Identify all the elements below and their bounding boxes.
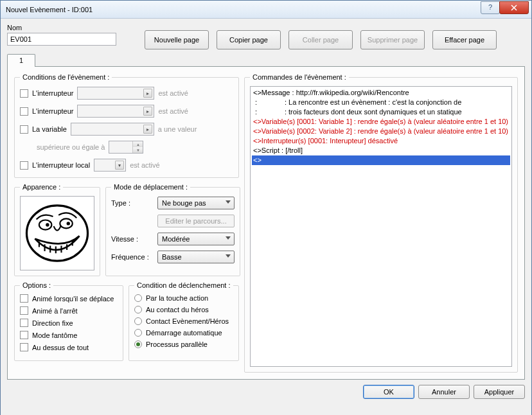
commands-fieldset: Commandes de l'évènement : <>Message : h… — [244, 73, 518, 373]
option-line: Animé à l'arrêt — [20, 306, 118, 315]
tab-1[interactable]: 1 — [7, 54, 35, 67]
sup-row: supérieure ou égale à ▲▼ — [20, 140, 233, 154]
trollface-icon — [22, 199, 92, 268]
commands-legend: Commandes de l'évènement : — [250, 73, 349, 81]
command-line[interactable]: <>Message : http://fr.wikipedia.org/wiki… — [252, 88, 510, 98]
option-label: Direction fixe — [32, 319, 73, 327]
option-checkbox-2[interactable] — [20, 319, 28, 327]
command-line[interactable]: : : La rencontre est un évènement : c'es… — [252, 98, 510, 107]
appearance-legend: Apparence : — [20, 183, 63, 191]
mid-row: Apparence : — [14, 183, 239, 276]
variable-trail: a une valeur — [158, 125, 233, 133]
option-line: Animé lorsqu'il se déplace — [20, 294, 118, 303]
trigger-label: Au contact du héros — [146, 306, 209, 313]
command-line[interactable]: <>Script : [/troll] — [252, 146, 510, 155]
spin-up-icon[interactable]: ▲ — [132, 141, 143, 147]
spin-down-icon[interactable]: ▼ — [132, 147, 143, 153]
switch2-trail: est activé — [158, 107, 233, 115]
movement-legend: Mode de déplacement : — [111, 183, 190, 191]
clear-page-button[interactable]: Effacer page — [432, 30, 497, 49]
command-line[interactable]: <> — [252, 155, 510, 165]
switch1-checkbox[interactable] — [20, 89, 28, 98]
option-checkbox-3[interactable] — [20, 331, 28, 339]
svg-point-4 — [46, 223, 49, 226]
name-input[interactable] — [7, 33, 116, 46]
ellipsis-icon: ▸ — [143, 125, 152, 134]
trigger-line: Contact Evènement/Héros — [134, 317, 233, 325]
trigger-label: Processus parallèle — [146, 340, 208, 348]
ellipsis-icon: ▸ — [143, 89, 152, 98]
type-dropdown[interactable]: Ne bouge pas — [157, 197, 235, 209]
speed-dropdown[interactable]: Modérée — [157, 233, 235, 245]
option-label: Mode fantôme — [32, 331, 77, 339]
option-checkbox-1[interactable] — [20, 306, 28, 315]
option-line: Direction fixe — [20, 319, 118, 327]
svg-point-1 — [26, 206, 87, 261]
new-page-button[interactable]: Nouvelle page — [145, 30, 209, 49]
type-label: Type : — [111, 199, 157, 207]
sup-value-input[interactable]: ▲▼ — [109, 141, 143, 154]
options-fieldset: Options : Animé lorsqu'il se déplaceAnim… — [14, 281, 123, 361]
frequency-label: Fréquence : — [111, 253, 157, 261]
copy-page-button[interactable]: Copier page — [217, 30, 281, 49]
frequency-dropdown[interactable]: Basse — [157, 251, 235, 263]
command-line[interactable]: <>Variable(s) [0002: Variable 2] : rendr… — [252, 127, 510, 136]
trigger-label: Par la touche action — [146, 294, 208, 302]
switch1-select[interactable]: ▸ — [77, 87, 154, 100]
conditions-legend: Conditions de l'évènement : — [20, 73, 112, 81]
paste-page-button[interactable]: Coller page — [288, 30, 353, 49]
option-line: Au dessus de tout — [20, 343, 118, 351]
ok-button[interactable]: OK — [363, 385, 414, 399]
switch2-select[interactable]: ▸ — [77, 105, 154, 118]
chevron-down-icon — [226, 254, 231, 258]
local-switch-select[interactable]: ▾ — [94, 159, 126, 172]
trigger-line: Au contact du héros — [134, 306, 233, 313]
name-column: Nom — [7, 24, 116, 46]
appearance-graphic[interactable] — [20, 196, 94, 270]
help-button[interactable]: ? — [481, 1, 500, 14]
ellipsis-icon: ▸ — [143, 107, 152, 116]
variable-checkbox[interactable] — [20, 125, 28, 134]
switch2-label: L'interrupteur — [32, 107, 73, 115]
trigger-label: Contact Evènement/Héros — [146, 317, 229, 325]
cancel-button[interactable]: Annuler — [418, 385, 470, 399]
condition-row: L'interrupteur ▸ est activé — [20, 104, 233, 118]
close-button[interactable] — [499, 1, 529, 14]
svg-point-2 — [39, 220, 51, 229]
tab-page: Conditions de l'évènement : L'interrupte… — [7, 66, 525, 380]
option-checkbox-4[interactable] — [20, 343, 28, 351]
trigger-radio-3[interactable] — [134, 329, 142, 337]
command-line[interactable]: <>Variable(s) [0001: Variable 1] : rendr… — [252, 117, 510, 127]
variable-select[interactable]: ▸ — [71, 123, 154, 136]
command-line[interactable]: <>Interrupteur(s) [0001: Interupteur] dé… — [252, 136, 510, 146]
trigger-line: Démarrage automatique — [134, 329, 233, 337]
edit-route-button[interactable]: Editer le parcours... — [157, 215, 235, 227]
tab-strip: 1 — [7, 53, 525, 66]
option-label: Au dessus de tout — [32, 344, 89, 351]
local-switch-checkbox[interactable] — [20, 161, 28, 170]
command-line[interactable]: : : trois facteurs dont deux sont dynami… — [252, 107, 510, 117]
option-checkbox-0[interactable] — [20, 294, 28, 303]
trigger-radio-2[interactable] — [134, 317, 142, 325]
trigger-line: Processus parallèle — [134, 340, 233, 348]
switch1-trail: est activé — [158, 89, 233, 97]
top-row: Nom Nouvelle page Copier page Coller pag… — [7, 24, 525, 49]
trigger-radio-4[interactable] — [134, 340, 142, 348]
chevron-down-icon — [226, 200, 231, 204]
delete-page-button[interactable]: Supprimer page — [360, 30, 425, 49]
window-buttons: ? — [481, 1, 529, 14]
option-line: Mode fantôme — [20, 331, 118, 339]
trigger-fieldset: Condition de déclenchement : Par la touc… — [129, 281, 239, 361]
event-editor-window: Nouvel Evènement - ID:001 ? Nom Nouvelle… — [0, 0, 532, 415]
conditions-fieldset: Conditions de l'évènement : L'interrupte… — [14, 73, 239, 178]
dialog-buttons: OK Annuler Appliquer — [7, 385, 525, 399]
window-title: Nouvel Evènement - ID:001 — [6, 6, 481, 13]
apply-button[interactable]: Appliquer — [474, 385, 525, 399]
speed-label: Vitesse : — [111, 235, 157, 243]
switch2-checkbox[interactable] — [20, 107, 28, 116]
chevron-down-icon — [226, 236, 231, 240]
commands-list[interactable]: <>Message : http://fr.wikipedia.org/wiki… — [250, 86, 512, 367]
trigger-radio-0[interactable] — [134, 294, 142, 302]
option-label: Animé à l'arrêt — [32, 307, 78, 315]
trigger-radio-1[interactable] — [134, 306, 142, 313]
